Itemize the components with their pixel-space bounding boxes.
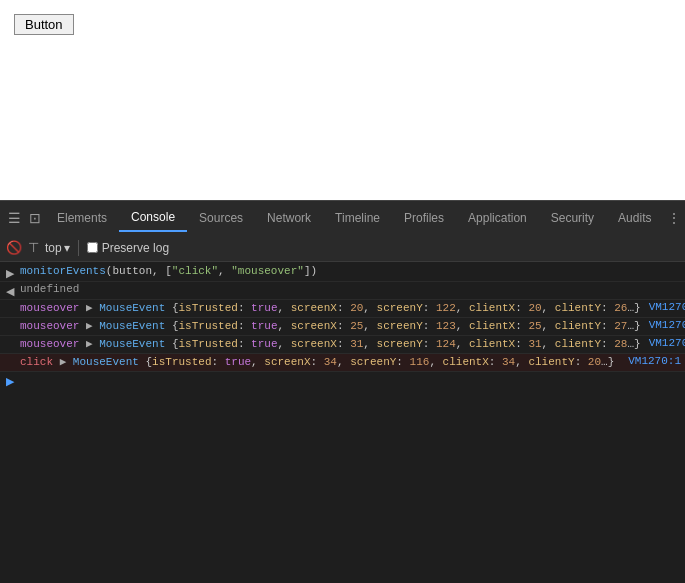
devtools-tabbar: ☰ ⊡ Elements Console Sources Network Tim… (0, 200, 685, 234)
inspect-icon[interactable]: ☰ (4, 208, 25, 228)
preserve-log-checkbox[interactable] (87, 242, 98, 253)
console-source-4[interactable]: VM1270:1 (620, 355, 681, 367)
tab-timeline[interactable]: Timeline (323, 205, 392, 231)
console-undefined-line: ◀ undefined (0, 282, 685, 300)
tab-network[interactable]: Network (255, 205, 323, 231)
console-source-1[interactable]: VM1270:1 (641, 301, 685, 313)
console-prompt-line[interactable]: ▶ (0, 372, 685, 390)
input-prefix-icon: ▶ (6, 267, 14, 280)
console-input[interactable] (20, 375, 681, 387)
console-event-line-1: mouseover ▶ MouseEvent {isTrusted: true,… (0, 300, 685, 318)
console-command-text: monitorEvents(button, ["click", "mouseov… (20, 265, 681, 277)
preserve-log-text: Preserve log (102, 241, 169, 255)
console-event-line-4: click ▶ MouseEvent {isTrusted: true, scr… (0, 354, 685, 372)
tab-security[interactable]: Security (539, 205, 606, 231)
return-prefix-icon: ◀ (6, 285, 14, 298)
tab-profiles[interactable]: Profiles (392, 205, 456, 231)
more-options-icon[interactable]: ⋮ (663, 208, 685, 228)
context-label: top (45, 241, 62, 255)
console-event-text-3: mouseover ▶ MouseEvent {isTrusted: true,… (20, 337, 641, 350)
console-event-text-1: mouseover ▶ MouseEvent {isTrusted: true,… (20, 301, 641, 314)
console-prompt-caret: ▶ (6, 375, 14, 388)
tab-sources[interactable]: Sources (187, 205, 255, 231)
demo-button[interactable]: Button (14, 14, 74, 35)
toolbar-separator (78, 240, 79, 256)
device-icon[interactable]: ⊡ (25, 208, 45, 228)
console-event-line-2: mouseover ▶ MouseEvent {isTrusted: true,… (0, 318, 685, 336)
console-output: ▶ monitorEvents(button, ["click", "mouse… (0, 262, 685, 583)
console-event-text-2: mouseover ▶ MouseEvent {isTrusted: true,… (20, 319, 641, 332)
tab-application[interactable]: Application (456, 205, 539, 231)
console-event-line-3: mouseover ▶ MouseEvent {isTrusted: true,… (0, 336, 685, 354)
page-area: Button (0, 0, 685, 200)
tab-console[interactable]: Console (119, 204, 187, 232)
console-undefined-text: undefined (20, 283, 681, 295)
context-dropdown-arrow: ▾ (64, 241, 70, 255)
console-source-3[interactable]: VM1270:1 (641, 337, 685, 349)
devtools-panel: ☰ ⊡ Elements Console Sources Network Tim… (0, 200, 685, 583)
filter-icon[interactable]: ⊤ (28, 240, 39, 255)
tab-audits[interactable]: Audits (606, 205, 663, 231)
console-toolbar: 🚫 ⊤ top ▾ Preserve log (0, 234, 685, 262)
console-event-text-4: click ▶ MouseEvent {isTrusted: true, scr… (20, 355, 620, 368)
console-source-2[interactable]: VM1270:1 (641, 319, 685, 331)
tab-elements[interactable]: Elements (45, 205, 119, 231)
clear-console-icon[interactable]: 🚫 (6, 240, 22, 255)
context-selector[interactable]: top ▾ (45, 241, 70, 255)
preserve-log-label[interactable]: Preserve log (87, 241, 169, 255)
console-input-line: ▶ monitorEvents(button, ["click", "mouse… (0, 264, 685, 282)
